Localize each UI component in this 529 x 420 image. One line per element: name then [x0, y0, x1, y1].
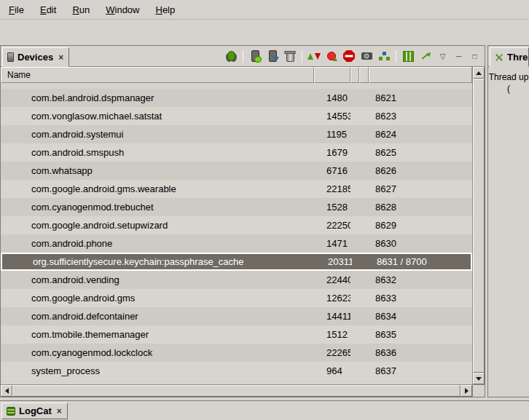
process-port: 8628 [369, 202, 472, 213]
minimize-icon[interactable]: ─ [451, 49, 466, 63]
process-table-body: com.bel.android.dspmanager14808621com.vo… [1, 83, 472, 384]
dump-view-hierarchy-icon[interactable] [376, 49, 392, 63]
process-row[interactable]: system_process9648637 [1, 362, 472, 380]
scroll-right-button[interactable] [461, 385, 472, 397]
process-row[interactable]: com.cyanogenmod.trebuchet15288628 [1, 198, 472, 216]
maximize-icon[interactable]: □ [467, 49, 482, 63]
screen-capture-icon[interactable] [358, 49, 375, 63]
process-row[interactable]: com.android.systemui11958624 [1, 125, 472, 143]
column-header-spacer2 [359, 67, 369, 83]
process-row[interactable]: com.google.android.gms126238633 [1, 289, 472, 307]
close-icon[interactable]: × [55, 406, 62, 416]
process-pid: 1512 [314, 329, 350, 340]
table-header: Name [1, 67, 472, 83]
process-port: 8623 [369, 111, 472, 122]
horizontal-scroll-thumb[interactable] [12, 385, 461, 397]
cause-gc-icon[interactable] [282, 49, 298, 63]
process-name: com.cyanogenmod.lockclock [1, 347, 314, 358]
process-row[interactable]: com.google.android.gms.wearable221858627 [1, 180, 472, 198]
process-pid: 22440 [314, 274, 350, 285]
process-pid: 964 [314, 365, 350, 376]
process-pid: 20311 [316, 256, 352, 267]
debug-process-icon[interactable] [223, 49, 239, 63]
process-pid: 14553 [314, 111, 350, 122]
column-header-pid[interactable] [314, 67, 350, 83]
toolbar-separator [396, 50, 396, 63]
dump-hprof-icon[interactable] [264, 49, 281, 63]
devices-tabbar: Devices × ▽ ─ □ [1, 46, 485, 67]
scroll-up-button[interactable] [473, 67, 485, 79]
column-header-port[interactable] [369, 67, 472, 83]
vertical-scrollbar[interactable] [472, 67, 485, 384]
tab-devices[interactable]: Devices × [2, 47, 69, 67]
process-pid: 22185 [314, 183, 350, 194]
process-name: org.sufficientlysecure.keychain:passphra… [2, 256, 316, 267]
up-arrow-icon [476, 71, 482, 75]
down-arrow-icon [476, 377, 482, 381]
main-toolbar [0, 19, 529, 45]
process-row[interactable]: org.sufficientlysecure.keychain:passphra… [1, 253, 472, 271]
devices-toolbar-icons [222, 49, 434, 63]
column-header-name[interactable]: Name [1, 67, 314, 83]
process-port: 8637 [369, 365, 472, 376]
tab-logcat[interactable]: LogCat × [1, 403, 68, 419]
process-pid: 12623 [314, 293, 350, 304]
process-row[interactable]: com.android.vending224408632 [1, 271, 472, 289]
menu-bar: File Edit Run Window Help [0, 0, 529, 19]
process-name: com.cyanogenmod.trebuchet [1, 202, 314, 213]
process-port: 8621 [369, 92, 472, 103]
start-method-profiling-icon[interactable] [324, 49, 340, 63]
process-row[interactable]: com.cyanogenmod.lockclock222658636 [1, 344, 472, 362]
process-name: com.android.phone [1, 238, 314, 249]
threads-message: Thread up ( [488, 67, 529, 397]
process-table: Name com.bel.android.dspmanager14808621c… [1, 67, 485, 397]
process-name: com.bel.android.dspmanager [1, 92, 314, 103]
process-port: 8636 [369, 347, 472, 358]
scroll-left-button[interactable] [1, 385, 12, 397]
menu-help[interactable]: Help [149, 2, 181, 17]
process-row[interactable]: com.google.android.setupwizard222508629 [1, 216, 472, 234]
process-pid: 1480 [314, 92, 350, 103]
menu-file[interactable]: File [3, 2, 30, 17]
process-row[interactable]: com.vonglasow.michael.satstat145538623 [1, 107, 472, 125]
process-row[interactable]: com.bel.android.dspmanager14808621 [1, 89, 472, 107]
process-row[interactable]: com.android.smspush16798625 [1, 143, 472, 162]
update-threads-icon[interactable] [306, 49, 322, 63]
close-icon[interactable]: × [57, 52, 63, 63]
process-pid: 14411 [314, 311, 350, 322]
process-name: com.android.defcontainer [1, 311, 314, 322]
process-name: com.vonglasow.michael.satstat [1, 111, 314, 122]
process-name: com.tmobile.thememanager [1, 329, 314, 340]
logcat-icon [7, 407, 15, 416]
menu-window[interactable]: Window [100, 2, 145, 17]
process-port: 8631 / 8700 [370, 256, 471, 267]
update-heap-icon[interactable] [247, 49, 263, 63]
threads-panel: Threads Thread up ( [487, 45, 529, 397]
scrollbar-corner [472, 384, 485, 397]
process-row[interactable]: com.android.defcontainer144118634 [1, 307, 472, 325]
process-name: com.android.smspush [1, 147, 314, 158]
menu-edit[interactable]: Edit [34, 2, 62, 17]
process-port: 8634 [369, 311, 472, 322]
stop-process-icon[interactable] [341, 49, 357, 63]
tab-threads[interactable]: Threads [490, 47, 529, 67]
horizontal-scrollbar[interactable] [1, 384, 472, 397]
process-pid: 22250 [314, 220, 350, 231]
vertical-scroll-thumb[interactable] [473, 79, 485, 373]
left-arrow-icon [5, 388, 9, 394]
scroll-down-button[interactable] [473, 373, 485, 384]
process-port: 8624 [369, 129, 472, 140]
process-row[interactable]: com.tmobile.thememanager15128635 [1, 325, 472, 344]
process-row[interactable]: com.whatsapp67168626 [1, 162, 472, 180]
process-name: system_process [1, 365, 314, 376]
process-name: com.google.android.setupwizard [1, 220, 314, 231]
view-menu-icon[interactable]: ▽ [435, 49, 450, 63]
process-pid: 1528 [314, 202, 350, 213]
menu-run[interactable]: Run [66, 2, 95, 17]
threads-tabbar: Threads [488, 46, 529, 67]
process-port: 8627 [369, 183, 472, 194]
capture-system-ui-icon[interactable] [400, 49, 416, 63]
process-port: 8629 [369, 220, 472, 231]
process-row[interactable]: com.android.phone14718630 [1, 234, 472, 253]
start-opengl-trace-icon[interactable] [418, 49, 434, 63]
